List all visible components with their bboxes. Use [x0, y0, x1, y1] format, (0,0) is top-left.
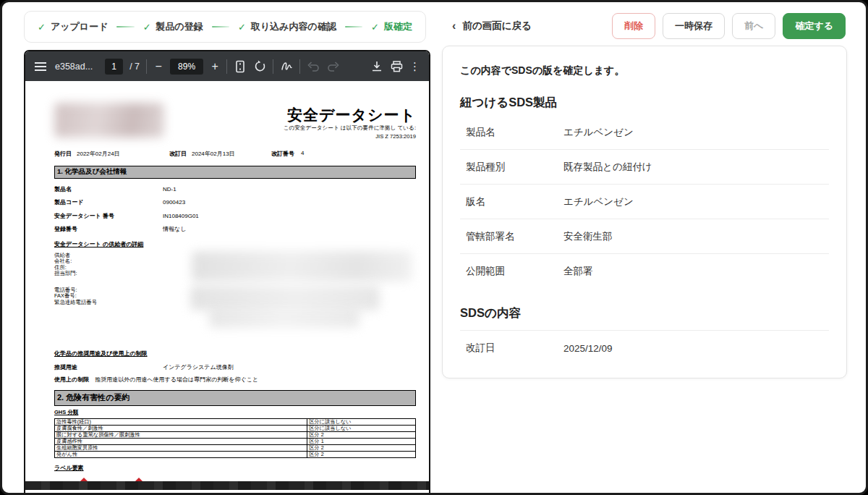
field-value: IN108409G01 [163, 213, 199, 219]
section-2-header: 2. 危険有害性の要約 [54, 390, 416, 406]
detail-row-visibility: 公開範囲 全部署 [460, 254, 829, 288]
temp-save-button[interactable]: 一時保存 [663, 13, 725, 39]
detail-row-department: 管轄部署名 安全衛生部 [460, 219, 829, 254]
ghs-classification-table: 急性毒性(経口)区分に該当しない 皮膚腐食性／刺激性区分に該当しない 眼に対する… [54, 418, 416, 458]
step-connector [116, 26, 134, 28]
zoom-out-button[interactable]: − [153, 60, 163, 73]
step-label: 取り込み内容の確認 [251, 20, 336, 33]
delete-button[interactable]: 削除 [612, 13, 655, 39]
supplier-block: 供給者 会社名: 住所: 担当部門: [54, 251, 416, 287]
detail-row-product-name: 製品名 エチルベンゼン [460, 115, 829, 150]
pdf-toolbar: e358ad... 1 / 7 − 89% + [25, 51, 429, 81]
back-link-label: 前の画面に戻る [462, 20, 531, 33]
label-elements-heading: ラベル要素 [54, 464, 416, 475]
version-confirm-panel: この内容でSDSの版を確定します。 紐つけるSDS製品 製品名 エチルベンゼン … [442, 46, 847, 378]
table-row: 眼に対する重篤な損傷性／眼刺激性区分 2 [55, 432, 416, 439]
redacted-document-strip [25, 481, 429, 490]
revision-number-label: 改訂番号 [271, 150, 294, 158]
toolbar-divider [226, 59, 227, 74]
supplier-details-heading: 安全データシート の供給者の詳細 [54, 240, 416, 251]
field-row: 登録番号 情報なし [54, 223, 416, 237]
field-value: 0900423 [163, 199, 185, 206]
issue-date-value: 2022年02月24日 [77, 150, 120, 158]
revision-date-label: 改訂日 [169, 150, 187, 158]
fit-page-icon[interactable] [234, 60, 247, 73]
field-value: ND-1 [163, 186, 176, 192]
redacted-supplier-info [192, 251, 412, 282]
menu-icon[interactable] [34, 60, 47, 73]
revision-number-value: 4 [301, 150, 304, 158]
detail-label: 製品種別 [466, 161, 563, 174]
redacted-contact-info [190, 286, 380, 310]
document-title-block: 安全データシート この安全データシート は以下の要件に準拠し ている: JIS … [284, 107, 416, 140]
step-label: 版確定 [384, 20, 412, 33]
app-window: ✓ アップロード ✓ 製品の登録 ✓ 取り込み内容の確認 ✓ 版確定 ‹ 前の画… [0, 0, 868, 495]
check-icon: ✓ [238, 22, 246, 33]
product-detail-list: 製品名 エチルベンゼン 製品種別 既存製品との紐付け 版名 エチルベンゼン 管轄… [460, 115, 829, 288]
chevron-left-icon: ‹ [452, 20, 456, 32]
hazard-cell: 生殖細胞変異原性 [55, 445, 307, 452]
step-version-confirm: ✓ 版確定 [371, 20, 412, 33]
sds-document: 安全データシート この安全データシート は以下の要件に準拠し ている: JIS … [25, 81, 429, 490]
recommended-use-label: 推奨用途 [54, 363, 163, 371]
undo-icon[interactable] [307, 60, 320, 73]
detail-row-version-name: 版名 エチルベンゼン [460, 185, 829, 219]
contact-block: 電話番号: FAX番号: 緊急連絡電話番号 [54, 287, 416, 322]
detail-value: 全部署 [563, 265, 593, 278]
header-buttons: 削除 一時保存 前へ 確定する [612, 13, 846, 39]
detail-value: エチルベンゼン [563, 195, 634, 208]
redacted-company-logo [54, 103, 164, 138]
stepper: ✓ アップロード ✓ 製品の登録 ✓ 取り込み内容の確認 ✓ 版確定 [24, 11, 426, 43]
toolbar-divider [299, 59, 300, 74]
hazard-cell: 眼に対する重篤な損傷性／眼刺激性 [55, 432, 307, 439]
redo-icon[interactable] [326, 60, 339, 73]
download-icon[interactable] [370, 60, 383, 73]
page-number-input[interactable]: 1 [105, 59, 123, 75]
document-title: 安全データシート [284, 107, 416, 123]
recommended-use-row: 推奨用途 インテグラシステム現像剤 [54, 360, 416, 373]
usage-heading: 化学品の推奨用途及び使用上の制限 [54, 350, 416, 360]
table-row: 発がん性区分 2 [55, 452, 416, 458]
field-label: 登録番号 [54, 225, 163, 233]
document-header: 安全データシート この安全データシート は以下の要件に準拠し ている: JIS … [54, 81, 416, 145]
detail-value: エチルベンゼン [563, 126, 634, 139]
detail-label: 製品名 [466, 126, 563, 139]
field-label: 安全データシート 番号 [54, 212, 163, 220]
rotate-ccw-icon[interactable] [253, 60, 266, 73]
field-label: 製品名 [54, 185, 163, 193]
zoom-level-input[interactable]: 89% [170, 59, 203, 75]
page-total-label: / 7 [129, 62, 140, 72]
panel-intro-text: この内容でSDSの版を確定します。 [460, 64, 829, 77]
ghs-classification-heading: GHS 分類 [54, 409, 416, 418]
detail-label: 公開範囲 [466, 265, 563, 278]
step-import-confirm: ✓ 取り込み内容の確認 [238, 20, 336, 33]
toolbar-divider [273, 59, 273, 74]
step-upload: ✓ アップロード [38, 20, 108, 33]
step-connector [212, 26, 229, 28]
field-label: 製品コード [54, 198, 163, 206]
prev-button[interactable]: 前へ [732, 13, 775, 39]
confirm-button[interactable]: 確定する [783, 13, 846, 39]
detail-label: 改訂日 [466, 342, 563, 355]
field-row: 安全データシート 番号 IN108409G01 [54, 209, 416, 223]
step-connector [345, 26, 362, 28]
restriction-text: 推奨用途以外の用途へ使用する場合は専門家の判断を仰ぐこと [95, 376, 258, 384]
table-row: 急性毒性(経口)区分に該当しない [55, 419, 416, 426]
annotate-icon[interactable] [280, 60, 293, 73]
back-to-previous-screen-link[interactable]: ‹ 前の画面に戻る [452, 2, 532, 50]
step-product-registration: ✓ 製品の登録 [143, 20, 203, 33]
pdf-filename: e358ad... [55, 62, 93, 72]
pdf-document-page[interactable]: 安全データシート この安全データシート は以下の要件に準拠し ている: JIS … [25, 81, 429, 490]
check-icon: ✓ [143, 22, 151, 33]
issue-date-label: 発行日 [54, 150, 72, 158]
detail-row-product-type: 製品種別 既存製品との紐付け [460, 150, 829, 185]
section-1-header: 1. 化学品及び会社情報 [54, 166, 416, 179]
print-icon[interactable] [390, 60, 403, 73]
more-icon[interactable]: ⋮ [409, 60, 420, 73]
sds-content-section-title: SDSの内容 [460, 305, 829, 321]
category-cell: 区分 2 [307, 452, 416, 458]
check-icon: ✓ [371, 22, 379, 33]
toolbar-divider [146, 59, 147, 74]
detail-value: 既存製品との紐付け [563, 161, 652, 174]
zoom-in-button[interactable]: + [210, 60, 220, 73]
